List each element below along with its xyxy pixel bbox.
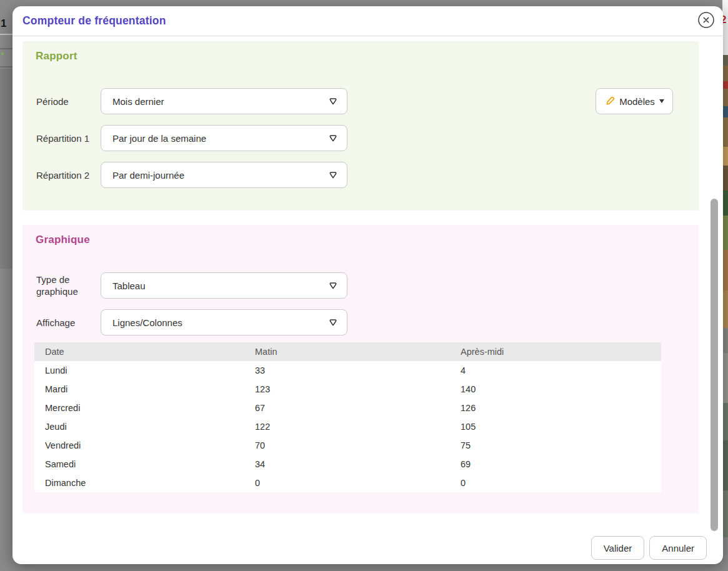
background-page-sliver: 2 — [722, 0, 728, 571]
type-graphique-label: Type de graphique — [36, 274, 101, 297]
table-cell: 123 — [244, 380, 450, 399]
caret-down-icon — [659, 99, 664, 103]
modal-body: Rapport Période Mois dernier Répartition… — [12, 41, 723, 560]
repartition2-value: Par demi-journée — [112, 170, 184, 181]
table-row: Jeudi 122 105 — [34, 417, 661, 436]
dropdown-arrow-icon — [328, 170, 338, 180]
dropdown-arrow-icon — [328, 281, 338, 290]
table-cell: 67 — [244, 399, 450, 417]
background-panel-fragment — [0, 69, 12, 269]
table-cell: Mardi — [34, 380, 244, 399]
background-divider — [0, 66, 12, 67]
type-graphique-select[interactable]: Tableau — [101, 272, 347, 299]
periode-label: Période — [36, 96, 101, 107]
table-cell: 75 — [450, 436, 661, 455]
repartition2-label: Répartition 2 — [36, 169, 101, 181]
valider-button[interactable]: Valider — [591, 536, 645, 560]
table-header-matin: Matin — [244, 342, 450, 361]
table-cell: Mercredi — [34, 399, 244, 417]
table-cell: Jeudi — [34, 417, 244, 436]
repartition2-select[interactable]: Par demi-journée — [101, 162, 347, 188]
repartition1-value: Par jour de la semaine — [112, 133, 206, 144]
dropdown-arrow-icon — [328, 133, 338, 143]
affichage-value: Lignes/Colonnes — [112, 317, 182, 328]
background-divider — [0, 34, 12, 35]
affichage-label: Affichage — [36, 317, 101, 329]
table-row: Lundi 33 4 — [34, 361, 661, 380]
table-cell: 0 — [450, 474, 661, 492]
repartition1-select[interactable]: Par jour de la semaine — [101, 125, 347, 151]
periode-select[interactable]: Mois dernier — [101, 88, 347, 114]
attendance-counter-modal: Compteur de fréquentation Rapport Périod… — [12, 6, 723, 564]
table-cell: 70 — [244, 436, 450, 455]
table-cell: Lundi — [34, 361, 244, 380]
table-cell: 69 — [450, 455, 661, 474]
repartition1-label: Répartition 1 — [36, 132, 101, 144]
modal-header: Compteur de fréquentation — [12, 6, 723, 36]
table-cell: 33 — [244, 361, 450, 380]
repartition2-row: Répartition 2 Par demi-journée — [36, 162, 699, 188]
affichage-row: Affichage Lignes/Colonnes — [36, 309, 699, 335]
dropdown-arrow-icon — [328, 96, 338, 106]
table-body: Lundi 33 4 Mardi 123 140 Mercredi 67 126 — [34, 361, 661, 492]
section-graphique: Graphique Type de graphique Tableau Affi… — [22, 225, 699, 514]
background-divider — [0, 48, 12, 49]
table-row: Vendredi 70 75 — [34, 436, 661, 455]
table-cell: Samedi — [34, 455, 244, 474]
table-header-row: Date Matin Après-midi — [34, 342, 661, 361]
section-rapport: Rapport Période Mois dernier Répartition… — [22, 41, 699, 211]
affichage-select[interactable]: Lignes/Colonnes — [101, 309, 347, 335]
periode-value: Mois dernier — [112, 96, 164, 107]
table-cell: 126 — [450, 399, 661, 417]
rapport-heading: Rapport — [36, 50, 699, 62]
pencil-icon — [604, 96, 616, 107]
modeles-button[interactable]: Modèles — [596, 88, 673, 114]
background-color-fragment — [1, 52, 4, 55]
attendance-table: Date Matin Après-midi Lundi 33 4 Mardi 1… — [34, 342, 661, 492]
table-header: Date Matin Après-midi — [34, 342, 661, 361]
repartition1-row: Répartition 1 Par jour de la semaine — [36, 125, 699, 151]
background-text-fragment: 1 — [1, 17, 6, 30]
table-cell: 140 — [450, 380, 661, 399]
table-header-apres-midi: Après-midi — [450, 342, 661, 361]
modal-footer: Valider Annuler — [22, 536, 707, 560]
table-row: Samedi 34 69 — [34, 455, 661, 474]
table-cell: Dimanche — [34, 474, 244, 492]
modal-backdrop-left: 1 — [0, 0, 12, 571]
annuler-button[interactable]: Annuler — [649, 536, 707, 560]
table-header-date: Date — [34, 342, 244, 361]
table-cell: 122 — [244, 417, 450, 436]
graphique-heading: Graphique — [36, 234, 699, 246]
dropdown-arrow-icon — [328, 317, 338, 327]
scrollbar-thumb[interactable] — [711, 199, 718, 531]
modeles-button-label: Modèles — [619, 96, 655, 107]
table-row: Mercredi 67 126 — [34, 399, 661, 417]
table-cell: 105 — [450, 417, 661, 436]
type-graphique-value: Tableau — [112, 281, 146, 291]
close-icon — [697, 22, 716, 31]
type-graphique-row: Type de graphique Tableau — [36, 272, 699, 299]
table-cell: Vendredi — [34, 436, 244, 455]
table-cell: 0 — [244, 474, 450, 492]
modal-title: Compteur de fréquentation — [22, 14, 166, 27]
close-button[interactable] — [697, 11, 716, 29]
table-row: Dimanche 0 0 — [34, 474, 661, 492]
table-row: Mardi 123 140 — [34, 380, 661, 399]
table-cell: 4 — [450, 361, 661, 380]
table-cell: 34 — [244, 455, 450, 474]
